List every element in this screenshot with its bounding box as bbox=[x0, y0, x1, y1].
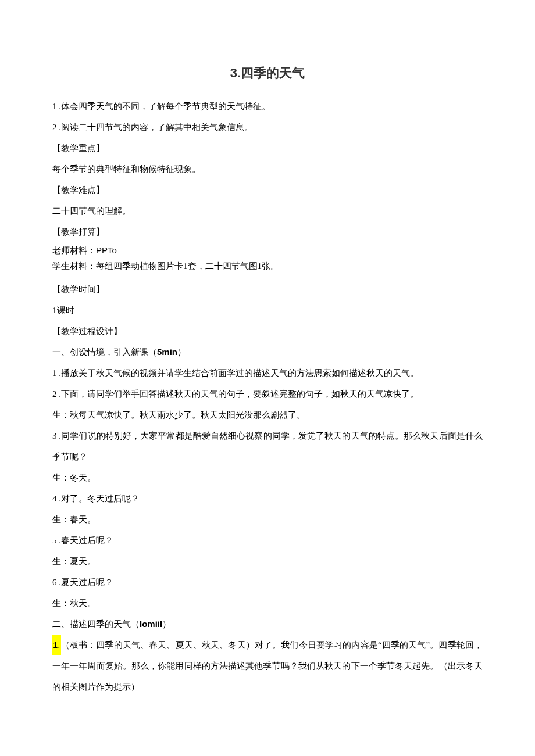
duration-5min: 5min bbox=[157, 347, 177, 357]
teacher-material-label: 老师材料： bbox=[52, 246, 96, 255]
line-8: 老师材料：PPTo bbox=[52, 242, 483, 259]
section-difficulty: 【教学难点】 bbox=[52, 180, 483, 200]
document-title: 3.四季的天气 bbox=[52, 58, 483, 89]
line-22: 生：夏天。 bbox=[52, 551, 483, 572]
line-9: 学生材料：每组四季动植物图片卡1套，二十四节气图1张。 bbox=[52, 259, 483, 274]
line-20: 生：春天。 bbox=[52, 509, 483, 530]
title-number: 3. bbox=[230, 66, 241, 80]
section-one-prefix: 一、创设情境，引入新课（ bbox=[52, 347, 157, 357]
line-15: 2 .下面，请同学们举手回答描述秋天的天气的句子，要叙述完整的句子，如秋天的天气… bbox=[52, 384, 483, 404]
teacher-material-value: PPTo bbox=[96, 245, 117, 255]
section-process: 【教学过程设计】 bbox=[52, 321, 483, 342]
line-14: 1 .播放关于秋天气候的视频并请学生结合前面学过的描述天气的方法思索如何描述秋天… bbox=[52, 363, 483, 384]
line-25: 二、描述四季的天气（IomiiI） bbox=[52, 614, 483, 635]
line-6: 二十四节气的理解。 bbox=[52, 200, 483, 221]
line-13: 一、创设情境，引入新课（5min） bbox=[52, 342, 483, 363]
line-4: 每个季节的典型特征和物候特征现象。 bbox=[52, 159, 483, 180]
line-26: 1.（板书：四季的天气、春天、夏天、秋天、冬天）对了。我们今日要学习的内容是“四… bbox=[52, 635, 483, 697]
title-text: 四季的天气 bbox=[241, 66, 305, 80]
line-17: 3 .同学们说的特别好，大家平常都是酷爱自然细心视察的同学，发觉了秋天的天气的特… bbox=[52, 425, 483, 467]
line-1: 1 .体会四季天气的不同，了解每个季节典型的天气特征。 bbox=[52, 96, 483, 117]
duration-iomiii: IomiiI bbox=[140, 619, 162, 629]
section-one-suffix: ） bbox=[177, 347, 186, 357]
line-21: 5 .春天过后呢？ bbox=[52, 530, 483, 551]
section-preparation: 【教学打算】 bbox=[52, 221, 483, 242]
section-two-suffix: ） bbox=[162, 619, 171, 629]
line-18: 生：冬天。 bbox=[52, 467, 483, 488]
highlight-number-1: 1. bbox=[52, 635, 61, 655]
line-11: 1课时 bbox=[52, 300, 483, 321]
section-two-prefix: 二、描述四季的天气（ bbox=[52, 619, 140, 629]
line-2: 2 .阅读二十四节气的内容，了解其中相关气象信息。 bbox=[52, 117, 483, 138]
line-19: 4 .对了。冬天过后呢？ bbox=[52, 488, 483, 509]
section-focus: 【教学重点】 bbox=[52, 138, 483, 159]
line-26-body: （板书：四季的天气、春天、夏天、秋天、冬天）对了。我们今日要学习的内容是“四季的… bbox=[52, 640, 483, 691]
line-23: 6 .夏天过后呢？ bbox=[52, 572, 483, 593]
section-time: 【教学时间】 bbox=[52, 279, 483, 300]
line-16: 生：秋每天气凉快了。秋天雨水少了。秋天太阳光没那么剧烈了。 bbox=[52, 404, 483, 425]
line-24: 生：秋天。 bbox=[52, 593, 483, 614]
